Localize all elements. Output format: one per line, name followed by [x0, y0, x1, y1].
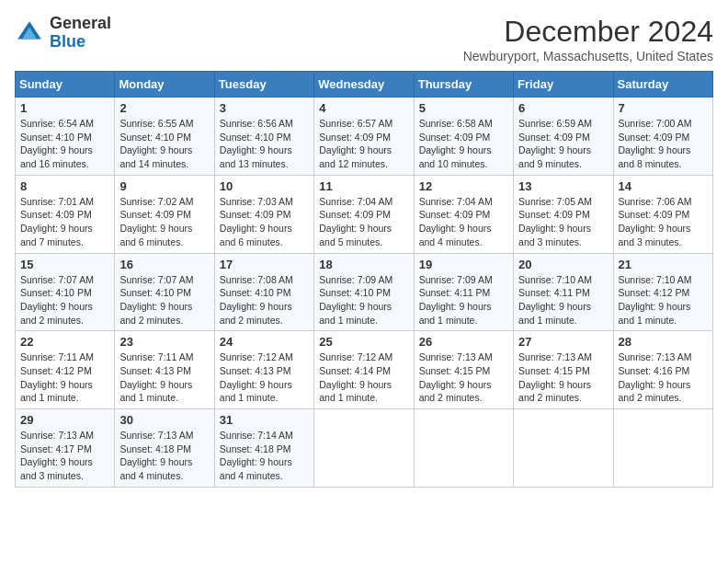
day-info: Sunrise: 6:59 AM Sunset: 4:09 PM Dayligh… — [518, 117, 608, 171]
calendar-cell: 30Sunrise: 7:13 AM Sunset: 4:18 PM Dayli… — [115, 409, 214, 488]
logo-general: General — [50, 14, 111, 32]
week-row-1: 8Sunrise: 7:01 AM Sunset: 4:09 PM Daylig… — [16, 175, 713, 253]
day-info: Sunrise: 7:08 AM Sunset: 4:10 PM Dayligh… — [220, 273, 309, 327]
day-info: Sunrise: 7:12 AM Sunset: 4:14 PM Dayligh… — [319, 350, 408, 405]
calendar-cell: 29Sunrise: 7:13 AM Sunset: 4:17 PM Dayli… — [16, 409, 115, 488]
day-number: 12 — [419, 179, 508, 193]
day-number: 17 — [220, 258, 309, 271]
calendar-cell: 23Sunrise: 7:11 AM Sunset: 4:13 PM Dayli… — [115, 331, 214, 409]
day-info: Sunrise: 7:00 AM Sunset: 4:09 PM Dayligh… — [619, 117, 708, 171]
day-info: Sunrise: 7:13 AM Sunset: 4:15 PM Dayligh… — [419, 350, 508, 405]
day-number: 23 — [119, 335, 209, 349]
calendar-cell: 31Sunrise: 7:14 AM Sunset: 4:18 PM Dayli… — [214, 409, 313, 488]
header-friday: Friday — [514, 72, 613, 98]
day-info: Sunrise: 6:57 AM Sunset: 4:09 PM Dayligh… — [319, 117, 408, 171]
calendar-cell — [514, 409, 613, 488]
day-info: Sunrise: 7:14 AM Sunset: 4:18 PM Dayligh… — [220, 429, 309, 483]
calendar-cell: 25Sunrise: 7:12 AM Sunset: 4:14 PM Dayli… — [314, 331, 414, 409]
calendar-cell: 24Sunrise: 7:12 AM Sunset: 4:13 PM Dayli… — [214, 331, 313, 409]
logo-text: General Blue — [50, 15, 111, 52]
calendar-cell: 4Sunrise: 6:57 AM Sunset: 4:09 PM Daylig… — [314, 98, 414, 176]
day-number: 20 — [518, 258, 608, 271]
day-info: Sunrise: 7:13 AM Sunset: 4:17 PM Dayligh… — [20, 429, 109, 483]
day-info: Sunrise: 7:01 AM Sunset: 4:09 PM Dayligh… — [20, 195, 109, 249]
calendar-cell: 8Sunrise: 7:01 AM Sunset: 4:09 PM Daylig… — [16, 175, 115, 253]
calendar-cell: 28Sunrise: 7:13 AM Sunset: 4:16 PM Dayli… — [613, 331, 712, 409]
day-number: 24 — [220, 335, 309, 349]
day-info: Sunrise: 6:56 AM Sunset: 4:10 PM Dayligh… — [220, 117, 309, 171]
header-thursday: Thursday — [414, 72, 513, 98]
calendar-cell: 20Sunrise: 7:10 AM Sunset: 4:11 PM Dayli… — [514, 253, 613, 331]
calendar-cell: 15Sunrise: 7:07 AM Sunset: 4:10 PM Dayli… — [16, 253, 115, 331]
week-row-0: 1Sunrise: 6:54 AM Sunset: 4:10 PM Daylig… — [16, 98, 713, 176]
header-sunday: Sunday — [16, 72, 115, 98]
day-info: Sunrise: 7:05 AM Sunset: 4:09 PM Dayligh… — [518, 195, 608, 249]
day-info: Sunrise: 7:13 AM Sunset: 4:15 PM Dayligh… — [518, 350, 608, 405]
day-info: Sunrise: 7:09 AM Sunset: 4:10 PM Dayligh… — [319, 273, 408, 327]
day-number: 22 — [20, 335, 109, 349]
header-saturday: Saturday — [613, 72, 712, 98]
header-tuesday: Tuesday — [214, 72, 313, 98]
day-info: Sunrise: 7:10 AM Sunset: 4:12 PM Dayligh… — [619, 273, 708, 327]
week-row-2: 15Sunrise: 7:07 AM Sunset: 4:10 PM Dayli… — [16, 253, 713, 331]
day-info: Sunrise: 6:55 AM Sunset: 4:10 PM Dayligh… — [119, 117, 209, 171]
day-number: 25 — [319, 335, 408, 349]
day-number: 1 — [20, 101, 109, 115]
day-info: Sunrise: 7:07 AM Sunset: 4:10 PM Dayligh… — [119, 273, 209, 327]
calendar-cell: 18Sunrise: 7:09 AM Sunset: 4:10 PM Dayli… — [314, 253, 414, 331]
calendar-cell: 22Sunrise: 7:11 AM Sunset: 4:12 PM Dayli… — [16, 331, 115, 409]
calendar-cell: 21Sunrise: 7:10 AM Sunset: 4:12 PM Dayli… — [613, 253, 712, 331]
day-number: 10 — [220, 179, 309, 193]
day-number: 8 — [20, 179, 109, 193]
day-number: 28 — [619, 335, 708, 349]
day-number: 4 — [319, 101, 408, 115]
day-number: 29 — [20, 413, 109, 427]
title-block: December 2024 Newburyport, Massachusetts… — [463, 15, 713, 63]
day-info: Sunrise: 7:04 AM Sunset: 4:09 PM Dayligh… — [419, 195, 508, 249]
day-info: Sunrise: 7:06 AM Sunset: 4:09 PM Dayligh… — [619, 195, 708, 249]
calendar-cell: 1Sunrise: 6:54 AM Sunset: 4:10 PM Daylig… — [16, 98, 115, 176]
logo: General Blue — [15, 15, 111, 52]
calendar-cell: 17Sunrise: 7:08 AM Sunset: 4:10 PM Dayli… — [214, 253, 313, 331]
logo-icon — [15, 18, 44, 48]
calendar-cell — [613, 409, 712, 488]
day-number: 2 — [119, 101, 209, 115]
page-header: General Blue December 2024 Newburyport, … — [15, 15, 713, 63]
calendar-cell: 7Sunrise: 7:00 AM Sunset: 4:09 PM Daylig… — [613, 98, 712, 176]
calendar-cell: 6Sunrise: 6:59 AM Sunset: 4:09 PM Daylig… — [514, 98, 613, 176]
day-number: 31 — [220, 413, 309, 427]
calendar-cell — [414, 409, 513, 488]
day-info: Sunrise: 7:09 AM Sunset: 4:11 PM Dayligh… — [419, 273, 508, 327]
calendar-cell — [314, 409, 414, 488]
calendar-cell: 5Sunrise: 6:58 AM Sunset: 4:09 PM Daylig… — [414, 98, 513, 176]
day-number: 15 — [20, 258, 109, 271]
day-info: Sunrise: 7:11 AM Sunset: 4:13 PM Dayligh… — [119, 350, 209, 405]
day-info: Sunrise: 7:03 AM Sunset: 4:09 PM Dayligh… — [220, 195, 309, 249]
day-number: 7 — [619, 101, 708, 115]
calendar-cell: 16Sunrise: 7:07 AM Sunset: 4:10 PM Dayli… — [115, 253, 214, 331]
day-info: Sunrise: 7:02 AM Sunset: 4:09 PM Dayligh… — [119, 195, 209, 249]
calendar-cell: 27Sunrise: 7:13 AM Sunset: 4:15 PM Dayli… — [514, 331, 613, 409]
calendar-cell: 14Sunrise: 7:06 AM Sunset: 4:09 PM Dayli… — [613, 175, 712, 253]
day-number: 3 — [220, 101, 309, 115]
day-info: Sunrise: 6:58 AM Sunset: 4:09 PM Dayligh… — [419, 117, 508, 171]
header-monday: Monday — [115, 72, 214, 98]
day-info: Sunrise: 7:13 AM Sunset: 4:16 PM Dayligh… — [619, 350, 708, 405]
calendar-table: SundayMondayTuesdayWednesdayThursdayFrid… — [15, 71, 713, 488]
calendar-cell: 10Sunrise: 7:03 AM Sunset: 4:09 PM Dayli… — [214, 175, 313, 253]
day-info: Sunrise: 7:11 AM Sunset: 4:12 PM Dayligh… — [20, 350, 109, 405]
calendar-cell: 19Sunrise: 7:09 AM Sunset: 4:11 PM Dayli… — [414, 253, 513, 331]
day-info: Sunrise: 7:12 AM Sunset: 4:13 PM Dayligh… — [220, 350, 309, 405]
calendar-cell: 3Sunrise: 6:56 AM Sunset: 4:10 PM Daylig… — [214, 98, 313, 176]
calendar-cell: 11Sunrise: 7:04 AM Sunset: 4:09 PM Dayli… — [314, 175, 414, 253]
day-info: Sunrise: 7:04 AM Sunset: 4:09 PM Dayligh… — [319, 195, 408, 249]
day-number: 16 — [119, 258, 209, 271]
day-info: Sunrise: 7:07 AM Sunset: 4:10 PM Dayligh… — [20, 273, 109, 327]
calendar-cell: 2Sunrise: 6:55 AM Sunset: 4:10 PM Daylig… — [115, 98, 214, 176]
calendar-cell: 13Sunrise: 7:05 AM Sunset: 4:09 PM Dayli… — [514, 175, 613, 253]
day-number: 27 — [518, 335, 608, 349]
day-number: 18 — [319, 258, 408, 271]
day-number: 19 — [419, 258, 508, 271]
day-info: Sunrise: 6:54 AM Sunset: 4:10 PM Dayligh… — [20, 117, 109, 171]
calendar-cell: 26Sunrise: 7:13 AM Sunset: 4:15 PM Dayli… — [414, 331, 513, 409]
